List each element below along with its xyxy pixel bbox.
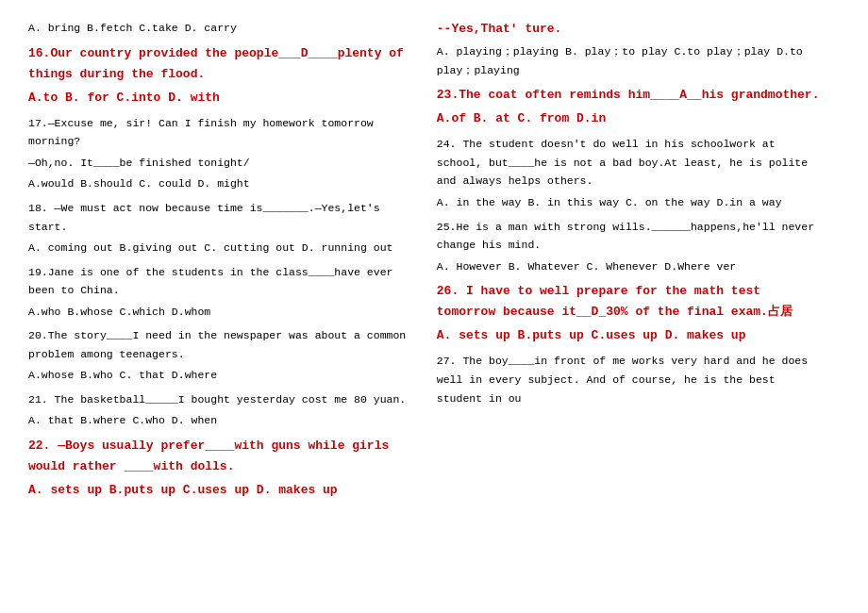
q21-opts: A. that B.where C.who D. when	[28, 411, 418, 430]
question-20: 20.The story____I need in the newspaper …	[28, 326, 418, 385]
right-column: --Yes,That' ture. A. playing；playing B. …	[437, 19, 826, 506]
question-18: 18. —We must act now because time is____…	[28, 199, 418, 257]
question-25: 25.He is a man with strong wills.______h…	[437, 218, 826, 276]
page-container: A. bring B.fetch C.take D. carry 16.Our …	[28, 19, 840, 506]
q23-text: 23.The coat often reminds him____A__his …	[437, 85, 826, 106]
question-22: 22. —Boys usually prefer____with guns wh…	[28, 436, 418, 501]
q19-opts: A.who B.whose C.which D.whom	[28, 303, 418, 322]
q20-text: 20.The story____I need in the newspaper …	[28, 326, 418, 363]
q23-ans: A.of B. at C. from D.in	[437, 108, 826, 129]
q27-text: 27. The boy____in front of me works very…	[437, 352, 826, 407]
q17-opts: A.would B.should C. could D. might	[28, 174, 418, 193]
question-23: 23.The coat often reminds him____A__his …	[437, 85, 826, 129]
q18-opts: A. coming out B.giving out C. cutting ou…	[28, 239, 418, 257]
q22-ans: A. sets up B.puts up C.uses up D. makes …	[28, 480, 418, 501]
q16-ans: A.to B. for C.into D. with	[28, 88, 418, 108]
question-26: 26. I have to well prepare for the math …	[437, 281, 826, 346]
intro-options: A. bring B.fetch C.take D. carry	[28, 19, 418, 38]
q26-ans: A. sets up B.puts up C.uses up D. makes …	[437, 325, 826, 346]
q18-text: 18. —We must act now because time is____…	[28, 199, 418, 236]
right-intro: --Yes,That' ture. A. playing；playing B. …	[437, 19, 826, 79]
q25-opts: A. However B. Whatever C. Whenever D.Whe…	[437, 257, 826, 276]
right-intro-line: --Yes,That' ture.	[437, 19, 826, 40]
q20-opts: A.whose B.who C. that D.where	[28, 366, 418, 385]
right-opts-top: A. playing；playing B. play；to play C.to …	[437, 42, 826, 79]
question-24: 24. The student doesn't do well in his s…	[437, 135, 826, 211]
question-19: 19.Jane is one of the students in the cl…	[28, 263, 418, 322]
q17-sub: —Oh,no. It____be finished tonight/	[28, 154, 418, 173]
q24-opts: A. in the way B. in this way C. on the w…	[437, 193, 826, 212]
q22-text: 22. —Boys usually prefer____with guns wh…	[28, 436, 418, 477]
question-21: 21. The basketball_____I bought yesterda…	[28, 390, 418, 430]
q17-text: 17.—Excuse me, sir! Can I finish my home…	[28, 114, 418, 151]
q19-text: 19.Jane is one of the students in the cl…	[28, 263, 418, 300]
question-17: 17.—Excuse me, sir! Can I finish my home…	[28, 114, 418, 193]
q26-text: 26. I have to well prepare for the math …	[437, 281, 826, 323]
q25-text: 25.He is a man with strong wills.______h…	[437, 218, 826, 255]
question-16: 16.Our country provided the people___D__…	[28, 43, 418, 108]
question-27: 27. The boy____in front of me works very…	[437, 352, 826, 407]
q21-text: 21. The basketball_____I bought yesterda…	[28, 390, 418, 409]
left-column: A. bring B.fetch C.take D. carry 16.Our …	[28, 19, 418, 506]
q24-text: 24. The student doesn't do well in his s…	[437, 135, 826, 191]
q16-text: 16.Our country provided the people___D__…	[28, 43, 418, 85]
intro-line: A. bring B.fetch C.take D. carry	[28, 19, 418, 38]
